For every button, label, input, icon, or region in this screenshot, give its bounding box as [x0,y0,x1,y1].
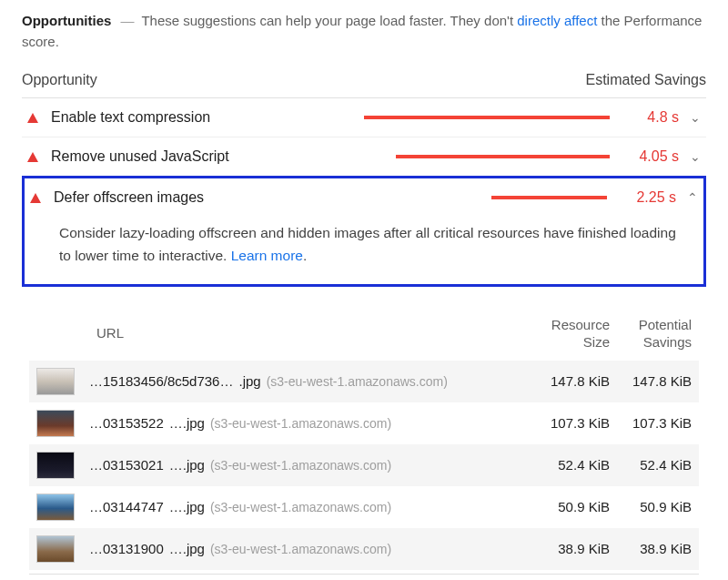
th-url: URL [78,324,528,342]
triangle-icon [30,193,41,203]
savings-bar-wrap [364,116,610,119]
thumbnail-icon [36,410,75,437]
th-save: Potential Savings [610,316,692,351]
savings-bar-wrap [361,196,607,199]
table-row: …03153021 ….jpg (s3-eu-west-1.amazonaws.… [29,444,699,486]
opportunity-label: Remove unused JavaScript [51,148,355,165]
potential-savings: 52.4 KiB [610,457,692,473]
opportunities-desc-before: These suggestions can help your page loa… [141,13,517,28]
opportunity-row[interactable]: Remove unused JavaScript 4.05 s ⌄ [22,137,706,177]
directly-affect-link[interactable]: directly affect [517,13,597,28]
potential-savings: 107.3 KiB [610,415,692,431]
url-cell[interactable]: …15183456/8c5d736… .jpg (s3-eu-west-1.am… [75,373,528,389]
chevron-down-icon[interactable]: ⌄ [688,110,703,125]
opportunity-row[interactable]: Defer offscreen images 2.25 s ⌃ [25,178,703,217]
chevron-up-icon[interactable]: ⌃ [685,190,700,205]
opportunity-column-headers: Opportunity Estimated Savings [22,72,706,98]
resource-size: 38.9 KiB [528,541,610,556]
th-size: Resource Size [528,316,610,351]
learn-more-link[interactable]: Learn more [231,248,303,263]
opportunity-description: Consider lazy-loading offscreen and hidd… [25,217,703,271]
savings-value: 4.05 s [626,148,679,165]
savings-bar [491,196,607,199]
chevron-down-icon[interactable]: ⌄ [688,149,703,164]
opportunity-label: Defer offscreen images [54,189,352,206]
resource-size: 147.8 KiB [528,373,610,389]
table-row: …03131900 ….jpg (s3-eu-west-1.amazonaws.… [29,528,699,570]
table-row: …03153522 ….jpg (s3-eu-west-1.amazonaws.… [29,402,699,444]
savings-value: 2.25 s [623,189,676,206]
potential-savings: 147.8 KiB [610,373,692,389]
resource-table: URL Resource Size Potential Savings …151… [22,307,706,575]
url-cell[interactable]: …03131900 ….jpg (s3-eu-west-1.amazonaws.… [75,541,528,556]
savings-bar-wrap [364,155,610,158]
thumbnail-icon [36,535,75,563]
resource-size: 52.4 KiB [528,457,610,473]
table-header: URL Resource Size Potential Savings [29,307,699,361]
thumbnail-icon [36,368,75,395]
thumbnail-icon [36,494,75,521]
resource-size: 107.3 KiB [528,415,610,431]
col-opportunity: Opportunity [22,72,97,88]
savings-value: 4.8 s [626,109,679,126]
url-cell[interactable]: …03144747 ….jpg (s3-eu-west-1.amazonaws.… [75,499,528,514]
opportunity-row[interactable]: Enable text compression 4.8 s ⌄ [22,98,706,137]
resource-size: 50.9 KiB [528,499,610,514]
opportunity-expanded: Defer offscreen images 2.25 s ⌃ Consider… [22,176,706,287]
table-row: …15183456/8c5d736… .jpg (s3-eu-west-1.am… [29,361,699,402]
opportunity-desc-text: Consider lazy-loading offscreen and hidd… [59,225,676,263]
col-savings: Estimated Savings [585,72,706,88]
savings-bar [364,116,610,119]
opportunities-header: Opportunities — These suggestions can he… [22,11,706,52]
thumbnail-icon [36,452,75,479]
triangle-icon [27,152,38,162]
dash: — [121,13,135,28]
potential-savings: 50.9 KiB [610,499,692,514]
potential-savings: 38.9 KiB [610,541,692,556]
opportunity-label: Enable text compression [51,109,355,126]
url-cell[interactable]: …03153522 ….jpg (s3-eu-west-1.amazonaws.… [75,415,528,431]
table-row: …03144747 ….jpg (s3-eu-west-1.amazonaws.… [29,486,699,528]
opportunities-title: Opportunities [22,13,111,28]
triangle-icon [27,113,38,123]
savings-bar [396,155,610,158]
url-cell[interactable]: …03153021 ….jpg (s3-eu-west-1.amazonaws.… [75,457,528,473]
